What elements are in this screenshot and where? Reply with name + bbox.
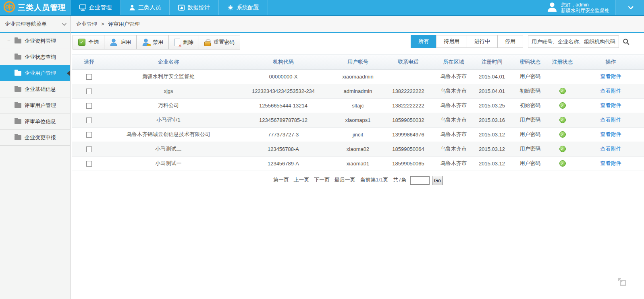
user-info: 您好，admin 新疆水利厅安全监督处 (561, 2, 609, 13)
app-title: 三类人员管理 (18, 2, 66, 13)
resize-expand-icon[interactable] (617, 277, 626, 288)
breadcrumb-parent[interactable]: 企业管理 (76, 21, 97, 28)
reg-date-cell: 2015.03.12 (471, 142, 513, 156)
row-checkbox[interactable] (86, 103, 92, 109)
filter-tab-active[interactable]: 进行中 (467, 35, 498, 48)
folder-icon (15, 55, 21, 60)
sidebar-item-review-units[interactable]: 评审单位信息 (0, 113, 70, 130)
disable-button[interactable]: 禁用 (137, 35, 169, 49)
check-circle-icon: ✓ (559, 146, 566, 152)
sidebar-item-enterprise-data[interactable]: − 企业资料管理 (0, 33, 70, 49)
filter-tab-all[interactable]: 所有 (411, 35, 436, 48)
org-code-cell: 123456789-A (231, 156, 336, 171)
row-checkbox[interactable] (86, 74, 92, 80)
account-cell: xiaomaps1 (336, 113, 380, 127)
next-page-link[interactable]: 下一页 (314, 177, 330, 183)
app-window: 三类人员管理 企业管理 三类人员 数据统计 (0, 0, 644, 299)
page-number-input[interactable] (410, 176, 430, 185)
filter-tab-pending[interactable]: 待启用 (436, 35, 467, 48)
users-table-wrap: 选择 企业名称 机构代码 用户帐号 联系电话 所在区域 注册时间 密码状态 注册… (72, 54, 644, 171)
phone-cell: 13999864976 (380, 127, 436, 142)
enable-button[interactable]: 启用 (104, 35, 137, 49)
nav-tab-statistics[interactable]: 数据统计 (170, 0, 219, 15)
top-navbar: 三类人员管理 企业管理 三类人员 数据统计 (0, 0, 644, 16)
check-circle-icon: ✓ (559, 117, 566, 123)
row-checkbox[interactable] (86, 146, 92, 152)
reset-password-button[interactable]: 重置密码 (199, 35, 240, 49)
check-circle-icon: ✓ (559, 131, 566, 138)
prev-page-link[interactable]: 上一页 (294, 177, 310, 183)
phone-cell: 18599050064 (380, 142, 436, 156)
select-all-button[interactable]: ✓ 全选 (73, 35, 104, 49)
delete-button[interactable]: 删除 (169, 35, 199, 49)
reg-date-cell: 2015.03.16 (471, 113, 513, 127)
col-actions: 操作 (578, 55, 644, 69)
account-cell: xiaomaadmin (336, 69, 380, 84)
first-page-link[interactable]: 第一页 (273, 177, 289, 183)
table-row: 万科公司 12556655444-13214 sltajc 1382222222… (72, 98, 644, 113)
company-cell: 乌鲁木齐锦诚云创信息技术有限公司 (106, 127, 231, 142)
sidebar-item-enterprise-users[interactable]: 企业用户管理 (0, 65, 70, 81)
row-checkbox[interactable] (86, 118, 92, 123)
org-code-cell: 12345678978785-12 (231, 113, 336, 127)
delete-icon (174, 39, 180, 46)
col-region: 所在区域 (436, 55, 471, 69)
company-cell: 万科公司 (106, 98, 231, 113)
navbar-collapse-toggle[interactable] (615, 0, 644, 15)
view-attachment-link[interactable]: 查看附件 (600, 102, 621, 108)
reg-date-cell: 2015.04.01 (471, 69, 513, 84)
table-row: 小马测试二 123456788-A xiaoma02 18599050064 乌… (72, 142, 644, 156)
col-org-code: 机构代码 (231, 55, 336, 69)
nav-tab-personnel[interactable]: 三类人员 (120, 0, 170, 15)
search-input[interactable] (528, 35, 619, 48)
sidebar-header[interactable]: 企业管理导航菜单 (0, 16, 70, 33)
view-attachment-link[interactable]: 查看附件 (600, 160, 621, 166)
nav-tab-settings[interactable]: 系统配置 (219, 0, 268, 15)
table-body: 新疆水利厅安全监督处 00000000-X xiaomaadmin 乌鲁木齐市 … (72, 69, 644, 171)
account-cell: sltajc (336, 98, 380, 113)
company-cell: 小马测试一 (106, 156, 231, 171)
go-button[interactable]: Go (432, 176, 443, 185)
row-checkbox[interactable] (86, 89, 92, 94)
folder-icon (15, 119, 21, 124)
filter-tab-stopped[interactable]: 停用 (497, 35, 523, 48)
view-attachment-link[interactable]: 查看附件 (600, 146, 621, 152)
user-menu[interactable]: 您好，admin 新疆水利厅安全监督处 (541, 0, 615, 15)
view-attachment-link[interactable]: 查看附件 (600, 73, 621, 79)
col-select: 选择 (72, 55, 106, 69)
view-attachment-link[interactable]: 查看附件 (600, 117, 621, 123)
sidebar-item-review-users[interactable]: 评审用户管理 (0, 97, 70, 113)
reset-password-icon (204, 41, 211, 46)
account-cell: jincit (336, 127, 380, 142)
nav-tab-enterprise[interactable]: 企业管理 (71, 0, 120, 15)
table-row: 小马测试一 123456789-A xiaoma01 18599050065 乌… (72, 156, 644, 171)
last-page-link[interactable]: 最后一页 (334, 177, 355, 183)
view-attachment-link[interactable]: 查看附件 (600, 88, 621, 94)
search-icon[interactable] (623, 38, 629, 45)
sidebar-item-status-query[interactable]: 企业状态查询 (0, 49, 70, 65)
org-code-cell: 12556655444-13214 (231, 98, 336, 113)
phone-cell (380, 69, 436, 84)
row-checkbox[interactable] (86, 132, 92, 138)
check-circle-icon: ✓ (559, 102, 566, 109)
pwd-status-cell: 用户密码 (513, 142, 547, 156)
chevron-down-icon (628, 4, 634, 10)
pwd-status-cell: 用户密码 (513, 127, 547, 142)
avatar-icon (546, 1, 558, 14)
search-box (528, 35, 629, 48)
check-circle-icon: ✓ (559, 88, 566, 94)
company-cell: xjgs (106, 84, 231, 98)
check-circle-icon: ✓ (559, 160, 566, 167)
row-checkbox[interactable] (86, 161, 92, 167)
sidebar-item-basic-info[interactable]: 企业基础信息 (0, 81, 70, 97)
view-attachment-link[interactable]: 查看附件 (600, 131, 621, 137)
col-pwd-status: 密码状态 (513, 55, 547, 69)
col-reg-status: 注册状态 (547, 55, 578, 69)
reg-date-cell: 2015.04.01 (471, 84, 513, 98)
breadcrumb-separator: > (101, 21, 104, 27)
sidebar-item-change-declare[interactable]: 企业变更申报 (0, 130, 70, 146)
users-table: 选择 企业名称 机构代码 用户帐号 联系电话 所在区域 注册时间 密码状态 注册… (72, 55, 644, 171)
breadcrumb: 企业管理 > 评审用户管理 (71, 16, 644, 33)
region-cell: 乌鲁木齐市 (436, 98, 471, 113)
table-row: 新疆水利厅安全监督处 00000000-X xiaomaadmin 乌鲁木齐市 … (72, 69, 644, 84)
